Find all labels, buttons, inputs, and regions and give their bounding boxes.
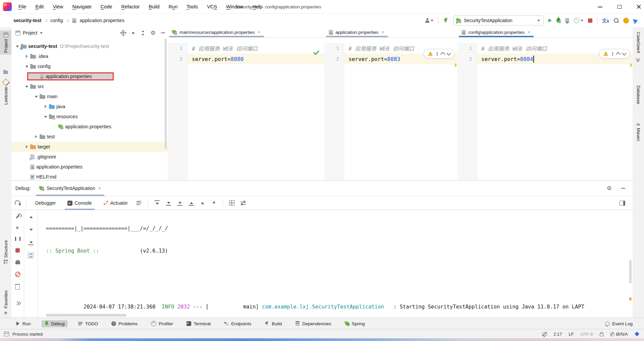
collapse-all-icon[interactable]	[141, 31, 145, 35]
commit-toolwindow-icon[interactable]	[3, 71, 8, 74]
chevron-down-icon[interactable]	[40, 32, 43, 35]
prev-warning-icon[interactable]	[616, 52, 621, 57]
tree-chevron-icon[interactable]	[23, 84, 30, 89]
project-scrollbar[interactable]	[165, 39, 167, 149]
next-warning-icon[interactable]	[446, 51, 451, 56]
restore-layout-icon[interactable]	[229, 200, 234, 206]
clear-icon[interactable]	[199, 199, 207, 207]
hide-panel-icon[interactable]	[621, 188, 625, 189]
scroll-to-end-icon[interactable]	[177, 200, 182, 206]
stop-button[interactable]	[588, 18, 592, 23]
maximize-button[interactable]	[617, 4, 622, 9]
tree-row[interactable]: .idea	[11, 51, 168, 61]
profiler-button[interactable]	[574, 18, 583, 23]
up-stack-trace-icon[interactable]	[154, 200, 160, 206]
code-line[interactable]: 2 server.port=8080	[168, 54, 324, 64]
tree-row[interactable]: test	[11, 132, 168, 142]
tool-stripe-project[interactable]: Project	[0, 30, 11, 55]
tab-debugger[interactable]: Debugger	[33, 196, 59, 210]
toolwindow-bar-item[interactable]: Spring	[342, 320, 368, 327]
toolwindow-bar-item[interactable]: Dependencies	[292, 320, 334, 327]
toolwindow-toggle-icon[interactable]	[4, 332, 9, 336]
close-tab-icon[interactable]: ×	[98, 186, 101, 191]
soft-wrap-icon[interactable]	[137, 200, 142, 206]
hide-panel-icon[interactable]	[161, 32, 165, 33]
tree-chevron-icon[interactable]	[14, 44, 21, 49]
menu-item[interactable]: Build	[149, 4, 159, 9]
debug-session-tab[interactable]: SecurityTestApplication ×	[36, 181, 104, 196]
menu-item[interactable]: Tools	[186, 4, 198, 9]
tree-chevron-icon[interactable]	[23, 64, 30, 69]
tool-stripe-codegeex[interactable]: CodeGeeX	[633, 30, 644, 64]
search-everywhere-icon[interactable]	[614, 18, 619, 23]
breadcrumb-project[interactable]: security-test	[13, 18, 41, 23]
settings-wrench-icon[interactable]	[15, 214, 19, 218]
menu-item[interactable]: VCS	[207, 4, 217, 9]
run-with-coverage-button[interactable]	[565, 18, 569, 23]
stop-icon[interactable]	[15, 248, 20, 253]
tree-chevron-icon[interactable]	[33, 135, 40, 138]
menu-item[interactable]: View	[53, 4, 63, 9]
memory-indicator[interactable]: Ø/N/A	[610, 332, 628, 337]
rerun-button[interactable]	[15, 200, 20, 206]
layout-settings-icon[interactable]	[240, 201, 246, 205]
inspection-widget[interactable]: 1	[424, 49, 454, 59]
up-arrow-icon[interactable]	[28, 214, 34, 220]
minimize-button[interactable]	[598, 4, 602, 9]
tree-chevron-icon[interactable]	[42, 114, 49, 119]
toolwindow-bar-item[interactable]: Terminal	[184, 320, 213, 327]
editor-tab[interactable]: main\resources\application.properties ×	[169, 27, 264, 37]
tree-row[interactable]: src	[11, 81, 168, 91]
navigate-icon[interactable]	[210, 199, 218, 207]
tree-row[interactable]: .gitignore	[11, 152, 168, 162]
close-tab-icon[interactable]: ×	[381, 29, 384, 35]
tree-row[interactable]: security-test D:\Project\security-test	[11, 41, 168, 51]
print-stack-icon[interactable]	[189, 200, 194, 206]
close-tab-icon[interactable]: ×	[528, 29, 530, 35]
next-warning-icon[interactable]	[622, 51, 627, 56]
debug-button[interactable]	[556, 18, 560, 23]
vertical-scrollbar[interactable]	[629, 260, 632, 283]
prev-warning-icon[interactable]	[440, 52, 445, 57]
notifications-muted-icon[interactable]	[542, 332, 547, 336]
gear-icon[interactable]: ⚙	[151, 30, 156, 36]
toolwindow-bar-item[interactable]: Run	[13, 320, 34, 327]
toolwindow-bar-item[interactable]: Endpoints	[221, 320, 254, 327]
tool-stripe-maven[interactable]: m Maven	[633, 120, 644, 143]
toolwindow-bar-item[interactable]: Problems	[109, 320, 140, 327]
toolwindow-bar-item[interactable]: Debug	[42, 320, 67, 327]
user-profile-button[interactable]	[425, 18, 433, 23]
tree-chevron-icon[interactable]	[33, 94, 40, 99]
editor-tab-active[interactable]: config\application.properties ×	[459, 27, 534, 37]
caret-position[interactable]: 2:17	[553, 332, 562, 337]
menu-item[interactable]: File	[18, 4, 26, 9]
toolwindow-layout-icon[interactable]	[620, 201, 625, 206]
menu-item[interactable]: Edit	[35, 4, 44, 9]
tool-stripe-leetcode[interactable]: Leetcode	[0, 77, 11, 107]
inspection-widget[interactable]: 1	[599, 49, 630, 59]
tree-chevron-icon[interactable]	[23, 145, 30, 148]
breadcrumb-folder[interactable]: config	[50, 18, 63, 23]
tab-console[interactable]: ▸Console	[65, 196, 95, 210]
tree-row[interactable]: HELP.md	[11, 172, 168, 180]
expand-all-icon[interactable]	[131, 31, 136, 35]
toolwindow-bar-item[interactable]: TODO	[75, 320, 101, 327]
build-project-button[interactable]	[443, 18, 448, 23]
clear-console-icon[interactable]	[15, 285, 20, 290]
line-separator[interactable]: LF	[569, 332, 574, 337]
tree-row[interactable]: target	[11, 142, 168, 152]
menu-item[interactable]: Run	[169, 4, 178, 9]
tree-row[interactable]: main	[11, 91, 168, 101]
tool-stripe-structure[interactable]: Structure	[0, 238, 11, 266]
toolwindow-bar-item[interactable]: Build	[262, 320, 284, 327]
tree-row[interactable]: application.properties	[11, 71, 168, 81]
translate-icon[interactable]: 文A	[602, 17, 609, 24]
editor-tab[interactable]: application.properties ×	[326, 27, 388, 37]
event-log-button[interactable]: Event Log	[605, 321, 644, 326]
breadcrumb-file[interactable]: application.properties	[80, 18, 124, 23]
tree-row[interactable]: config	[11, 61, 168, 71]
run-config-selector[interactable]: SecurityTestApplication	[453, 15, 544, 25]
project-panel-title[interactable]: Project	[23, 30, 38, 36]
scroll-down-icon[interactable]	[28, 240, 34, 245]
print-icon[interactable]	[15, 261, 20, 264]
